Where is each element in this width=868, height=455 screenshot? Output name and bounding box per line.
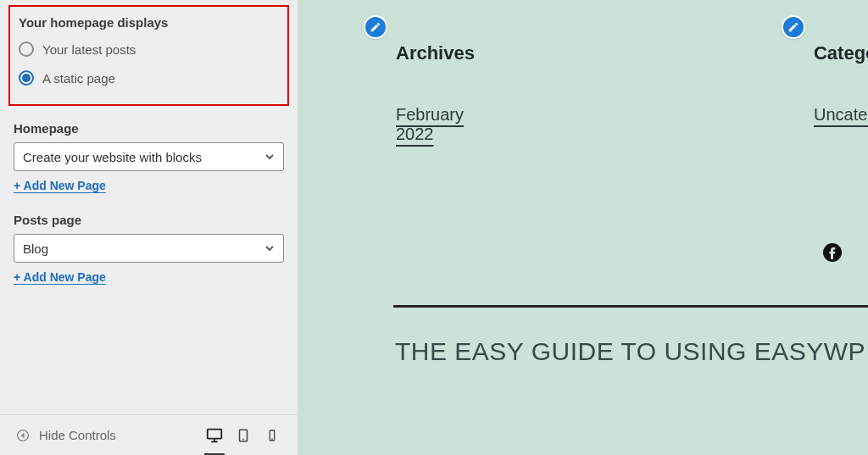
edit-shortcut-button[interactable] [364, 15, 387, 39]
homepage-select[interactable]: Create your website with blocks [14, 142, 284, 171]
homepage-select-value: Create your website with blocks [23, 150, 202, 164]
archives-heading: Archives [396, 42, 475, 64]
chevron-down-icon [264, 243, 275, 253]
radio-label-static: A static page [42, 71, 115, 86]
categories-widget: Categories Uncategorized [814, 0, 868, 144]
radio-icon-checked [19, 70, 34, 86]
posts-page-select[interactable]: Blog [14, 234, 284, 263]
posts-page-field-label: Posts page [14, 213, 284, 227]
edit-shortcut-button[interactable] [782, 15, 805, 39]
customizer-sidebar: Your homepage displays Your latest posts… [0, 0, 298, 455]
homepage-field-label: Homepage [14, 121, 284, 136]
device-tablet-button[interactable] [233, 425, 253, 446]
sidebar-footer-bar: Hide Controls [0, 414, 298, 455]
hide-controls-button[interactable]: Hide Controls [39, 428, 196, 442]
divider [393, 305, 868, 308]
device-mobile-button[interactable] [262, 425, 282, 446]
archives-widget: Archives February 2022 [396, 0, 475, 144]
svg-marker-1 [21, 432, 25, 437]
posts-page-select-value: Blog [23, 241, 48, 256]
site-preview-pane: Archives February 2022 Categories Uncate… [298, 0, 868, 455]
add-new-page-posts-link[interactable]: + Add New Page [14, 270, 106, 284]
device-desktop-button[interactable] [204, 425, 225, 446]
categories-heading: Categories [814, 42, 868, 64]
categories-link[interactable]: Uncategorized [814, 105, 868, 124]
radio-option-latest-posts[interactable]: Your latest posts [19, 42, 279, 57]
radio-icon [19, 42, 34, 57]
chevron-down-icon [264, 152, 275, 162]
homepage-displays-section: Your homepage displays Your latest posts… [8, 5, 289, 106]
facebook-icon[interactable] [822, 242, 843, 263]
radio-label-latest: Your latest posts [42, 42, 136, 57]
svg-rect-2 [208, 429, 222, 438]
sidebar-content: Your homepage displays Your latest posts… [0, 0, 298, 414]
footer-widgets-row: Archives February 2022 Categories Uncate… [396, 0, 868, 144]
collapse-icon[interactable] [15, 428, 31, 443]
add-new-page-homepage-link[interactable]: + Add New Page [14, 179, 106, 192]
radio-option-static-page[interactable]: A static page [19, 70, 279, 86]
archives-link[interactable]: February 2022 [396, 105, 464, 143]
site-title[interactable]: THE EASY GUIDE TO USING EASYWP [395, 337, 865, 366]
homepage-displays-title: Your homepage displays [19, 15, 279, 30]
